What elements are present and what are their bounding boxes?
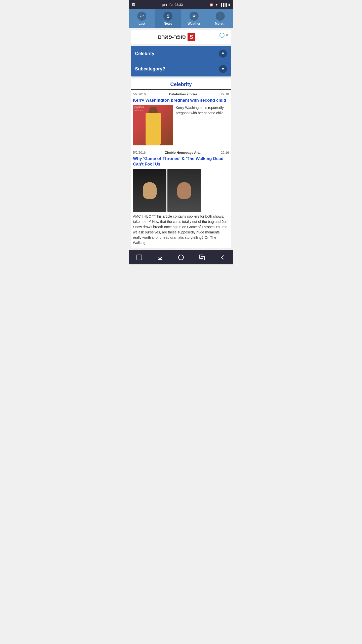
article-time: 22:18	[221, 92, 229, 96]
bottom-nav-download[interactable]	[154, 253, 166, 262]
category-selector[interactable]: Celebrity ▼	[131, 46, 231, 61]
article-source: Celebrities stories	[169, 92, 198, 96]
article-image: SWAROVSKICFDASWAROVSKI	[133, 105, 173, 145]
article-item: 5/2/2016 Celebrities stories 22:18 Kerry…	[131, 90, 231, 148]
section-title: Celebrity	[131, 78, 231, 90]
signal-icon: ▐▐▐	[220, 3, 227, 7]
subcategory-selector[interactable]: Subcategory? ▼	[131, 61, 231, 76]
weather-icon: ★	[190, 12, 199, 21]
nav-last-label: Last	[139, 22, 145, 25]
ad-content: S סופר-פארם	[134, 33, 219, 41]
selectors-container: Celebrity ▼ Subcategory? ▼	[131, 46, 231, 76]
article-body: SWAROVSKICFDASWAROVSKI Kerry Washington …	[133, 105, 229, 145]
news-icon: ℹ	[163, 12, 172, 21]
wifi-icon: ▼	[215, 3, 218, 7]
article-time: 22:16	[221, 151, 229, 154]
status-time: 23:33	[175, 3, 183, 7]
nav-weather-label: Weather	[188, 22, 200, 25]
article-date: 5/2/2016	[133, 92, 146, 96]
subcategory-label: Subcategory?	[135, 66, 165, 72]
nav-more-label: More...	[215, 22, 225, 25]
bottom-nav-home[interactable]	[175, 253, 187, 262]
bottom-nav-tabs[interactable]: 1 2	[196, 253, 208, 262]
bottom-nav: 1 2	[129, 250, 233, 264]
svg-rect-0	[137, 255, 142, 260]
status-center: 23:33 כ"ד ניסן	[162, 3, 183, 7]
article-meta: 5/2/2016 Zimbio Homepage Art... 22:16	[133, 151, 229, 154]
last-icon: ↩	[137, 12, 146, 21]
clock-icon: ⏰	[209, 3, 213, 7]
bottom-nav-back[interactable]	[216, 253, 229, 262]
category-chevron-icon: ▼	[219, 50, 227, 58]
article-meta: 5/2/2016 Celebrities stories 22:18	[133, 92, 229, 96]
ad-info-button[interactable]: i	[219, 33, 224, 38]
article-date: 5/2/2016	[133, 151, 146, 154]
article-title-link[interactable]: Why 'Game of Thrones' & 'The Walking Dea…	[133, 156, 229, 167]
nav-news[interactable]: ℹ News	[155, 9, 181, 28]
ad-banner: S סופר-פארם i ×	[131, 30, 231, 44]
article-title-link[interactable]: Kerry Washington pregnant with second ch…	[133, 98, 229, 103]
svg-point-3	[178, 255, 184, 260]
nav-weather[interactable]: ★ Weather	[181, 9, 207, 28]
nav-bar: ↩ Last ℹ News ★ Weather + More...	[129, 9, 233, 28]
article-item: 5/2/2016 Zimbio Homepage Art... 22:16 Wh…	[131, 148, 231, 248]
category-label: Celebrity	[135, 51, 154, 56]
ad-close-button[interactable]: ×	[226, 33, 228, 38]
article-source: Zimbio Homepage Art...	[165, 151, 201, 154]
ad-logo-icon: S	[188, 33, 195, 41]
more-icon: +	[216, 12, 225, 21]
nav-news-label: News	[164, 22, 172, 25]
subcategory-chevron-icon: ▼	[219, 65, 227, 73]
article-body	[133, 169, 229, 212]
bottom-nav-square[interactable]	[133, 253, 146, 262]
article-image-left	[133, 169, 166, 212]
status-hebrew-date: כ"ד ניסן	[162, 3, 172, 7]
ad-controls: i ×	[219, 33, 228, 38]
status-left-icon: 🖼	[132, 3, 135, 7]
article-snippet: AMC | HBO **This article contains spoile…	[133, 214, 229, 246]
status-bar: 🖼 23:33 כ"ד ניסן ⏰ ▼ ▐▐▐ ▮	[129, 0, 233, 9]
nav-last[interactable]: ↩ Last	[129, 9, 155, 28]
swarovski-label: SWAROVSKICFDASWAROVSKI	[133, 106, 144, 111]
ad-logo-text: סופר-פארם	[158, 34, 185, 40]
nav-more[interactable]: + More...	[207, 9, 233, 28]
article-snippet: Kerry Washington is reportedly pregnant …	[176, 105, 229, 145]
status-right-icons: ⏰ ▼ ▐▐▐ ▮	[209, 3, 230, 7]
svg-text:2: 2	[202, 257, 203, 260]
article-image-right	[167, 169, 201, 212]
content-area: Celebrity 5/2/2016 Celebrities stories 2…	[131, 78, 231, 248]
article-image-2col	[133, 169, 201, 212]
battery-icon: ▮	[228, 3, 230, 7]
